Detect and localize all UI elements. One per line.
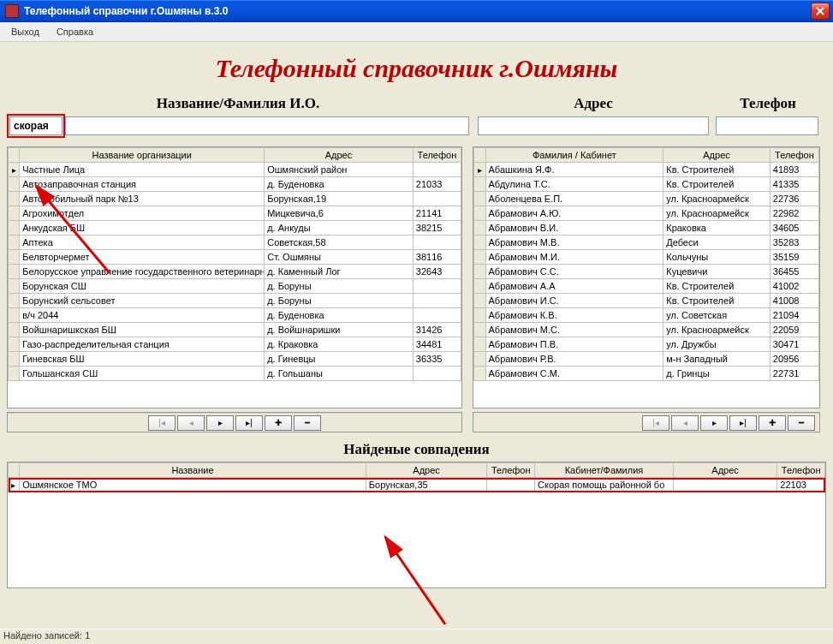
org-nav-prev[interactable]: ◂: [177, 415, 205, 431]
cell-phone[interactable]: [413, 236, 461, 250]
cell-name[interactable]: Абрамович П.В.: [485, 337, 663, 352]
search-name-input[interactable]: [9, 116, 62, 135]
org-nav-first[interactable]: |◂: [148, 415, 176, 431]
person-col-name[interactable]: Фамилия / Кабинет: [485, 148, 663, 163]
org-nav-last[interactable]: ▸|: [235, 415, 263, 431]
cell-phone[interactable]: 32643: [413, 265, 461, 279]
cell-name[interactable]: Белорусское управление государственного …: [20, 265, 265, 279]
cell-name[interactable]: Белвторчермет: [20, 250, 265, 265]
person-nav-add[interactable]: ✚: [759, 415, 786, 431]
table-row[interactable]: Аболенцева Е.П.ул. Красноармейск22736: [474, 192, 819, 206]
table-row[interactable]: Абрамович М.С.ул. Красноармейск22059: [474, 323, 819, 337]
cell-addr[interactable]: д. Каменный Лог: [265, 265, 414, 279]
table-row[interactable]: Абрамович С.М.д. Гринцы22731: [474, 367, 819, 381]
cell-phone[interactable]: 35159: [770, 250, 818, 265]
table-row[interactable]: Абрамович П.В.ул. Дружбы30471: [474, 337, 819, 352]
cell-cab[interactable]: Скорая помощь районной бо: [535, 478, 674, 492]
cell-phone[interactable]: [413, 367, 461, 381]
cell-name[interactable]: Войшнаришкская БШ: [20, 323, 265, 337]
cell-addr[interactable]: д. Буденовка: [265, 308, 414, 323]
cell-phone[interactable]: 22982: [770, 206, 818, 221]
table-row[interactable]: Абрамович М.И.Кольчуны35159: [474, 250, 819, 265]
cell-phone[interactable]: [413, 163, 461, 177]
cell-addr[interactable]: Кв. Строителей: [663, 279, 771, 294]
cell-phone[interactable]: 31426: [413, 323, 461, 337]
table-row[interactable]: Белорусское управление государственного …: [9, 265, 461, 279]
org-col-phone[interactable]: Телефон: [413, 148, 461, 163]
results-col-addr[interactable]: Адрес: [366, 463, 487, 478]
cell-addr[interactable]: ул. Красноармейск: [663, 192, 771, 206]
table-row[interactable]: Гиневская БШд. Гиневцы36335: [9, 352, 461, 367]
cell-addr[interactable]: Борунская,19: [265, 192, 414, 206]
cell-addr[interactable]: Краковка: [663, 221, 771, 236]
table-row[interactable]: БелвторчерметСт. Ошмяны38116: [9, 250, 461, 265]
table-row[interactable]: Гольшанская СШд. Гольшаны: [9, 367, 461, 381]
cell-name[interactable]: Гиневская БШ: [20, 352, 265, 367]
cell-name[interactable]: Абдулина Т.С.: [485, 177, 663, 192]
table-row[interactable]: Борунская СШд. Боруны: [9, 279, 461, 294]
cell-addr[interactable]: д. Боруны: [265, 279, 414, 294]
org-nav-add[interactable]: ✚: [265, 415, 292, 431]
cell-addr[interactable]: Кв. Строителей: [663, 177, 771, 192]
cell-name[interactable]: Борунский сельсовет: [20, 294, 265, 308]
table-row[interactable]: АптекаСоветская,58: [9, 236, 461, 250]
table-row[interactable]: Абрамович С.С.Куцевичи36455: [474, 265, 819, 279]
org-nav-del[interactable]: ━: [294, 415, 321, 431]
cell-name[interactable]: Агрохимотдел: [20, 206, 265, 221]
cell-phone[interactable]: 35283: [770, 236, 818, 250]
person-col-addr[interactable]: Адрес: [663, 148, 771, 163]
cell-phone[interactable]: 34481: [413, 337, 461, 352]
cell-phone[interactable]: 41008: [770, 294, 818, 308]
cell-phone[interactable]: 41893: [770, 163, 818, 177]
cell-phone2[interactable]: 22103: [777, 478, 825, 492]
table-row[interactable]: Анкудская БШд. Анкуды38215: [9, 221, 461, 236]
cell-phone[interactable]: [413, 192, 461, 206]
cell-phone[interactable]: 34605: [770, 221, 818, 236]
cell-name[interactable]: Абрамович А.Ю.: [485, 206, 663, 221]
cell-addr[interactable]: д. Гринцы: [663, 367, 771, 381]
cell-name[interactable]: Абрамович В.И.: [485, 221, 663, 236]
cell-name[interactable]: Ошмянское ТМО: [20, 478, 366, 492]
cell-addr[interactable]: д. Буденовка: [265, 177, 414, 192]
search-address-input[interactable]: [478, 116, 709, 135]
search-phone-input[interactable]: [716, 116, 818, 135]
cell-phone[interactable]: [413, 294, 461, 308]
person-nav-prev[interactable]: ◂: [671, 415, 699, 431]
table-row[interactable]: Абрамович М.В.Дебеси35283: [474, 236, 819, 250]
cell-addr[interactable]: Советская,58: [265, 236, 414, 250]
cell-addr[interactable]: Борунская,35: [366, 478, 487, 492]
cell-name[interactable]: Частные Лица: [20, 163, 265, 177]
cell-name[interactable]: Газо-распределительная станция: [20, 337, 265, 352]
cell-addr[interactable]: м-н Западный: [663, 352, 771, 367]
table-row[interactable]: АгрохимотделМицкевича,621141: [9, 206, 461, 221]
results-col-name[interactable]: Название: [20, 463, 366, 478]
cell-phone[interactable]: 41335: [770, 177, 818, 192]
cell-name[interactable]: Абрамович А.А: [485, 279, 663, 294]
org-grid-scroll[interactable]: Название организации Адрес Телефон Частн…: [8, 147, 461, 408]
cell-addr[interactable]: ул. Красноармейск: [663, 206, 771, 221]
table-row[interactable]: Войшнаришкская БШд. Войшнаришки31426: [9, 323, 461, 337]
cell-name[interactable]: Абрамович К.В.: [485, 308, 663, 323]
results-col-addr2[interactable]: Адрес: [673, 463, 776, 478]
org-nav-next[interactable]: ▸: [206, 415, 234, 431]
cell-phone[interactable]: 21094: [770, 308, 818, 323]
table-row[interactable]: Абрамович В.И.Краковка34605: [474, 221, 819, 236]
cell-addr[interactable]: д. Гольшаны: [265, 367, 414, 381]
menu-help[interactable]: Справка: [49, 24, 101, 39]
cell-name[interactable]: Аптека: [20, 236, 265, 250]
cell-addr[interactable]: д. Анкуды: [265, 221, 414, 236]
table-row[interactable]: Абдулина Т.С.Кв. Строителей41335: [474, 177, 819, 192]
cell-addr[interactable]: Кольчуны: [663, 250, 771, 265]
cell-name[interactable]: Абрамович С.М.: [485, 367, 663, 381]
cell-addr[interactable]: Куцевичи: [663, 265, 771, 279]
cell-addr[interactable]: д. Краковка: [265, 337, 414, 352]
table-row[interactable]: Автозаправочная станцияд. Буденовка21033: [9, 177, 461, 192]
results-panel[interactable]: Название Адрес Телефон Кабинет/Фамилия А…: [7, 462, 826, 588]
cell-phone[interactable]: 38215: [413, 221, 461, 236]
table-row[interactable]: Борунский сельсоветд. Боруны: [9, 294, 461, 308]
cell-phone[interactable]: 30471: [770, 337, 818, 352]
cell-phone[interactable]: 22059: [770, 323, 818, 337]
cell-name[interactable]: Анкудская БШ: [20, 221, 265, 236]
cell-addr[interactable]: Мицкевича,6: [265, 206, 414, 221]
results-col-cab[interactable]: Кабинет/Фамилия: [535, 463, 674, 478]
